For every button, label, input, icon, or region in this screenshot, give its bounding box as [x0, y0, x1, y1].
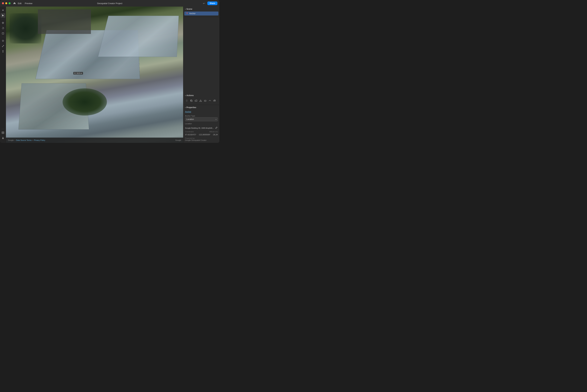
close-button[interactable] [2, 2, 4, 4]
traffic-lights [2, 2, 11, 4]
latitude-value: 37,42192472° [185, 134, 196, 136]
anchor-type-select-wrapper: Location Terrain Rooftop ▾ [185, 117, 218, 121]
toolbar-divider-3 [1, 129, 5, 129]
svg-rect-3 [2, 132, 4, 133]
properties-anchor-link[interactable]: Anchor [183, 110, 219, 114]
grid-view-button[interactable] [1, 130, 5, 135]
attribution-plus: + [32, 139, 33, 141]
properties-section: ▾ Properties Anchor Anchor Type Location… [183, 105, 219, 143]
parking-lot [38, 10, 91, 34]
coordinates-header-row: Coordinates Altitude (m) [183, 130, 219, 133]
altitude-header: Altitude (m) [209, 131, 218, 133]
anchor-item-label: Anchor [189, 12, 195, 15]
powered-by-name: Google Geospatial Creator [185, 139, 218, 141]
select-tool-button[interactable] [1, 13, 5, 18]
map-attribution-bar: Google – Data Source Terms + Privacy Pol… [6, 138, 183, 143]
svg-rect-5 [191, 100, 192, 102]
add-tool-button[interactable] [1, 8, 5, 12]
location-value-row: Google Building 40, 1600 Amphitheatre P.… [183, 126, 219, 130]
folder-action-button[interactable] [194, 99, 198, 102]
main-layout: X: 10,0 m Google – Data Source Terms + P… [0, 6, 219, 143]
scene-section-header[interactable]: ▾ Scene [183, 6, 219, 12]
delete-action-button[interactable] [185, 99, 189, 102]
menu-bar: Edit Preview [13, 2, 34, 5]
share-button[interactable]: Share [207, 2, 217, 5]
toolbar-divider-1 [1, 19, 5, 19]
right-panel: ▾ Scene 📍 Anchor ▾ Actions [183, 6, 219, 143]
powered-by-label: Powered by: [185, 137, 218, 139]
actions-section: ▾ Actions [183, 93, 219, 105]
home-icon[interactable] [13, 2, 16, 4]
scene-section: ▾ Scene 📍 Anchor [183, 6, 219, 17]
anchor-type-row: Anchor Type Location Terrain Rooftop ▾ [183, 114, 219, 122]
location-edit-button[interactable] [215, 126, 218, 130]
triangle-action-button[interactable] [199, 99, 202, 102]
properties-chevron-icon: ▾ [185, 107, 186, 108]
maximize-button[interactable] [9, 2, 11, 4]
window-title: Geospatial Creator Project [97, 2, 122, 4]
person-icon[interactable] [1, 136, 5, 140]
toolbar-divider-2 [1, 37, 5, 37]
translate-tool-button[interactable] [1, 44, 5, 48]
properties-section-header[interactable]: ▾ Properties [183, 105, 219, 110]
minimize-button[interactable] [5, 2, 7, 4]
actions-section-header[interactable]: ▾ Actions [183, 93, 219, 98]
building-roof-2 [98, 16, 179, 57]
actions-header-label: Actions [186, 94, 194, 96]
attribution-terms-link[interactable]: Data Source Terms [16, 139, 32, 141]
vertical-tool-button[interactable] [1, 49, 5, 54]
coordinates-header: Coordinates [185, 131, 196, 133]
menu-edit[interactable]: Edit [17, 2, 23, 5]
snap-tool-button[interactable] [1, 38, 5, 43]
svg-point-1 [2, 40, 4, 42]
menu-preview[interactable]: Preview [23, 2, 34, 5]
move-tool-button[interactable] [1, 20, 5, 25]
toolbar-bottom [1, 128, 5, 142]
titlebar-right: ↩ Share [202, 1, 217, 6]
scene-header-label: Scene [186, 8, 192, 10]
longitude-value: -122,0835509° [198, 134, 210, 136]
map-area[interactable]: X: 10,0 m Google – Data Source Terms + P… [6, 6, 183, 143]
subtract-action-button[interactable] [213, 99, 216, 102]
svg-rect-7 [214, 100, 215, 101]
actions-chevron-icon: ▾ [185, 95, 186, 96]
panel-spacer [183, 17, 219, 93]
properties-header-label: Properties [186, 106, 196, 108]
undo-button[interactable]: ↩ [202, 1, 206, 6]
trees-cluster-1 [63, 88, 107, 116]
attribution-google: Google [8, 139, 14, 141]
svg-point-4 [3, 137, 3, 138]
svg-rect-6 [204, 100, 206, 101]
attribution-separator: – [14, 139, 15, 141]
attribution-privacy-link[interactable]: Privacy Policy [34, 139, 45, 141]
left-toolbar [0, 6, 6, 143]
titlebar: Edit Preview Geospatial Creator Project … [0, 0, 219, 6]
trees-cluster-2 [10, 13, 42, 43]
location-label: Location [185, 122, 218, 124]
curve-action-button[interactable] [208, 99, 212, 102]
location-label-row: Location [183, 122, 219, 126]
coord-spacer [197, 131, 208, 133]
map-center-label: Google [175, 139, 181, 141]
actions-toolbar [183, 98, 219, 104]
duplicate-action-button[interactable] [190, 99, 193, 102]
svg-rect-2 [2, 133, 4, 134]
altitude-value: -26,34 [213, 134, 218, 136]
plane-action-button[interactable] [203, 99, 207, 102]
svg-rect-0 [2, 32, 4, 34]
map-attribution-left: Google – Data Source Terms + Privacy Pol… [8, 139, 45, 141]
coordinates-values-row: 37,42192472° -122,0835509° -26,34 [183, 133, 219, 136]
anchor-scene-item[interactable]: 📍 Anchor [184, 12, 218, 16]
location-value-text: Google Building 40, 1600 Amphitheatre P.… [185, 127, 214, 129]
powered-by-row: Powered by: Google Geospatial Creator [183, 136, 219, 142]
rotate-tool-button[interactable] [1, 26, 5, 30]
anchor-type-label: Anchor Type [185, 115, 218, 117]
scale-tool-button[interactable] [1, 31, 5, 36]
anchor-type-select[interactable]: Location Terrain Rooftop [185, 117, 218, 121]
anchor-location-icon: 📍 [186, 12, 188, 15]
scene-chevron-icon: ▾ [185, 8, 186, 10]
